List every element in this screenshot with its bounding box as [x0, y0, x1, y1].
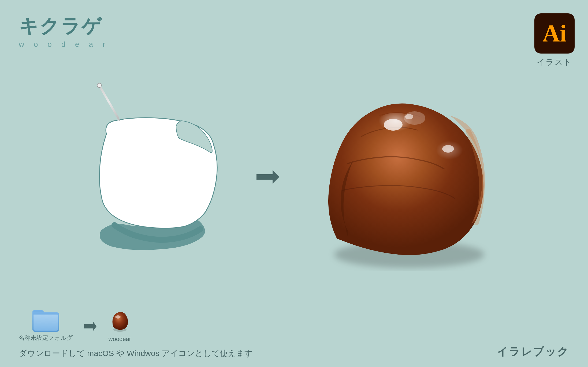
bottom-description: ダウンロードして macOS や Windwos アイコンとして使えます	[19, 348, 253, 359]
rendered-side	[283, 83, 524, 271]
svg-point-6	[442, 145, 454, 153]
bottom-left: 名称未設定フォルダ	[19, 309, 253, 359]
mushroom-small-label: woodear	[109, 336, 131, 343]
mushroom-icon-small-container: woodear	[108, 309, 132, 343]
illustration-area	[21, 40, 567, 313]
title-japanese: キクラゲ	[19, 13, 109, 39]
sketch-side	[64, 97, 251, 257]
folder-icon	[32, 310, 59, 332]
folder-body	[32, 312, 59, 332]
icon-demo-row: 名称未設定フォルダ	[19, 309, 253, 343]
bottom-brand: イラレブック	[497, 344, 569, 359]
svg-point-10	[115, 315, 121, 319]
svg-marker-0	[256, 170, 279, 184]
sketch-to-render-arrow	[251, 169, 283, 185]
rendered-mushroom-svg	[294, 83, 514, 271]
svg-point-5	[384, 119, 403, 131]
sketch-mushroom-svg	[80, 102, 235, 252]
svg-marker-8	[84, 321, 96, 331]
svg-point-7	[405, 114, 413, 119]
folder-body-inner	[34, 315, 58, 331]
mushroom-small-icon	[108, 309, 132, 334]
small-arrow-icon	[84, 318, 97, 334]
main-container: キクラゲ w o o d e a r Ai イラスト	[0, 0, 588, 367]
bottom-section: 名称未設定フォルダ	[19, 309, 569, 359]
folder-label: 名称未設定フォルダ	[19, 334, 73, 342]
folder-icon-container: 名称未設定フォルダ	[19, 310, 73, 342]
